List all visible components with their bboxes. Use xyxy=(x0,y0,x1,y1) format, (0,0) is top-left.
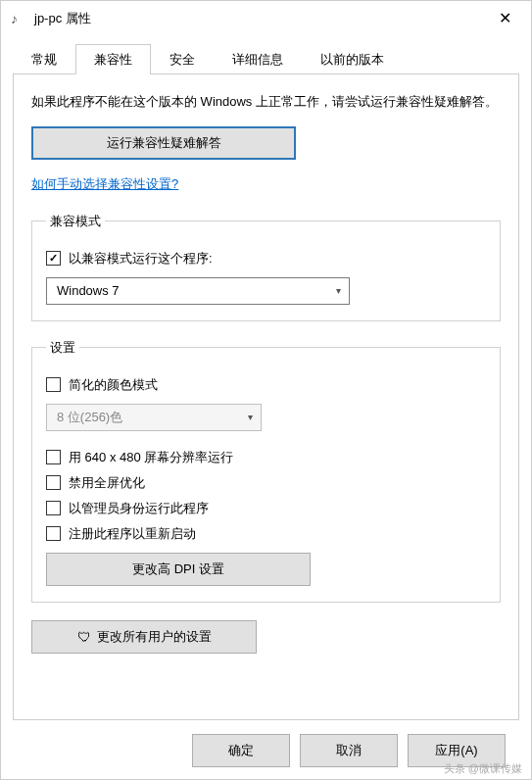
tab-content-compatibility: 如果此程序不能在这个版本的 Windows 上正常工作，请尝试运行兼容性疑难解答… xyxy=(13,74,519,720)
dialog-buttons: 确定 取消 应用(A) xyxy=(13,720,519,767)
cancel-button[interactable]: 取消 xyxy=(300,734,398,767)
res-640-label: 用 640 x 480 屏幕分辨率运行 xyxy=(69,449,233,466)
shield-icon: 🛡 xyxy=(77,629,91,645)
run-as-admin-label: 以管理员身份运行此程序 xyxy=(69,500,209,517)
color-depth-value: 8 位(256)色 xyxy=(57,409,122,426)
intro-text: 如果此程序不能在这个版本的 Windows 上正常工作，请尝试运行兼容性疑难解答… xyxy=(31,92,501,113)
chevron-down-icon: ▾ xyxy=(336,285,341,296)
compat-mode-combo[interactable]: Windows 7 ▾ xyxy=(46,277,350,305)
register-restart-label: 注册此程序以重新启动 xyxy=(69,525,196,543)
tab-security[interactable]: 安全 xyxy=(151,44,214,74)
disable-fullscreen-opt-label: 禁用全屏优化 xyxy=(69,474,145,492)
chevron-down-icon: ▾ xyxy=(248,412,253,422)
settings-group: 设置 简化的颜色模式 8 位(256)色 ▾ 用 640 x 480 屏幕分辨率… xyxy=(31,339,501,603)
compat-mode-selected: Windows 7 xyxy=(57,283,120,298)
compat-mode-label: 以兼容模式运行这个程序: xyxy=(69,250,213,268)
ok-button[interactable]: 确定 xyxy=(192,734,290,767)
run-as-admin-checkbox[interactable] xyxy=(46,501,61,515)
tab-strip: 常规 兼容性 安全 详细信息 以前的版本 xyxy=(13,43,519,74)
compat-mode-checkbox[interactable] xyxy=(46,251,61,266)
help-link[interactable]: 如何手动选择兼容性设置? xyxy=(31,175,178,193)
tab-details[interactable]: 详细信息 xyxy=(214,44,302,74)
tab-compatibility[interactable]: 兼容性 xyxy=(75,44,151,74)
reduced-color-checkbox[interactable] xyxy=(46,377,61,392)
window-title: jp-pc 属性 xyxy=(34,10,482,27)
close-button[interactable]: ✕ xyxy=(482,4,527,33)
change-dpi-settings-button[interactable]: 更改高 DPI 设置 xyxy=(46,553,311,586)
register-restart-checkbox[interactable] xyxy=(46,526,61,541)
color-depth-combo: 8 位(256)色 ▾ xyxy=(46,404,262,431)
compat-mode-group: 兼容模式 以兼容模式运行这个程序: Windows 7 ▾ xyxy=(31,213,501,321)
compat-mode-legend: 兼容模式 xyxy=(46,213,105,230)
app-icon: ♪ xyxy=(11,11,26,26)
settings-legend: 设置 xyxy=(46,339,79,357)
apply-button[interactable]: 应用(A) xyxy=(408,734,506,767)
run-troubleshooter-button[interactable]: 运行兼容性疑难解答 xyxy=(31,126,296,160)
res-640-checkbox[interactable] xyxy=(46,450,61,464)
titlebar: ♪ jp-pc 属性 ✕ xyxy=(1,1,531,35)
dialog-body: 常规 兼容性 安全 详细信息 以前的版本 如果此程序不能在这个版本的 Windo… xyxy=(1,35,531,779)
change-all-users-button[interactable]: 🛡 更改所有用户的设置 xyxy=(31,620,257,654)
reduced-color-label: 简化的颜色模式 xyxy=(69,376,158,394)
tab-general[interactable]: 常规 xyxy=(13,44,75,74)
change-all-users-label: 更改所有用户的设置 xyxy=(97,628,212,646)
properties-dialog: ♪ jp-pc 属性 ✕ 常规 兼容性 安全 详细信息 以前的版本 如果此程序不… xyxy=(0,0,532,780)
tab-previous-versions[interactable]: 以前的版本 xyxy=(302,44,403,74)
disable-fullscreen-opt-checkbox[interactable] xyxy=(46,475,61,490)
